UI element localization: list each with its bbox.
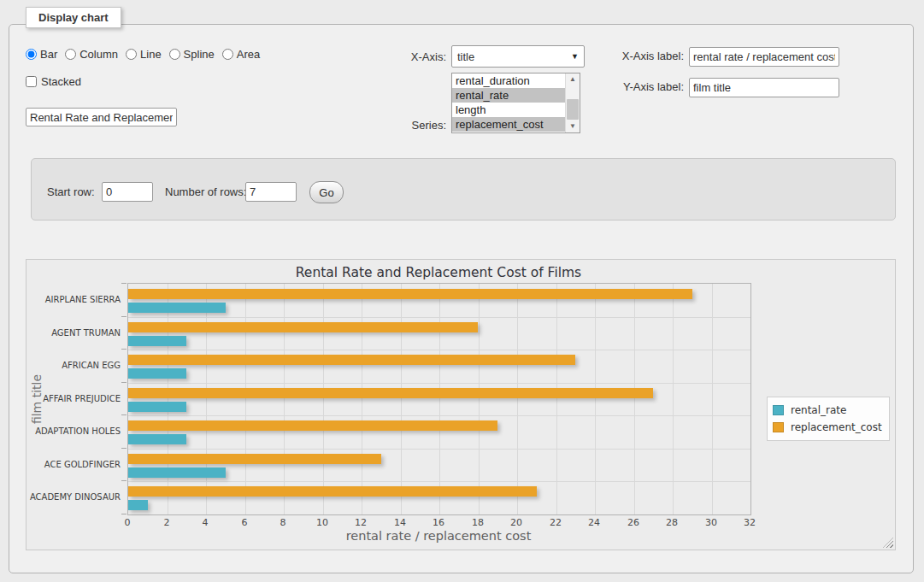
gridline-vertical [362,284,362,514]
chart-type-radio-bar[interactable] [26,49,37,60]
bar-rental_rate [128,402,186,412]
x-axis-label-label: X-Axis label: [590,50,684,62]
legend-swatch-rental_rate [773,405,784,415]
category-label: AGENT TRUMAN [26,328,121,338]
chart-type-option-column[interactable]: Column [65,48,118,61]
bar-rental_rate [128,467,226,478]
scroll-down-icon[interactable]: ▼ [566,121,580,132]
series-listbox[interactable]: rental_durationrental_ratelengthreplacem… [451,73,580,133]
x-tick-label: 2 [150,517,184,528]
x-tick-label: 20 [499,517,533,528]
series-option-replacement_cost[interactable]: replacement_cost [452,117,580,132]
gridline-vertical [206,284,207,514]
chart-type-radio-spline[interactable] [169,49,180,60]
chart-type-option-line[interactable]: Line [126,48,162,61]
series-option-rental_rate[interactable]: rental_rate [452,88,580,103]
number-of-rows-input[interactable] [245,182,297,202]
chart-type-option-bar[interactable]: Bar [26,48,57,61]
x-tick-label: 8 [266,517,300,528]
x-tick-label: 30 [694,517,728,528]
gridline-vertical [634,284,635,514]
rows-panel [31,158,896,220]
chart-x-axis-label: rental rate / replacement cost [127,529,750,543]
series-option-length[interactable]: length [452,103,580,117]
gridline-vertical [556,284,557,514]
y-axis-tick [121,480,127,481]
x-tick-label: 12 [344,517,378,528]
legend-label: rental_rate [791,404,846,416]
bar-rental_rate [128,336,186,346]
y-axis-tick [121,349,127,350]
y-axis-label-input[interactable] [689,78,839,97]
bar-replacement_cost [128,388,653,398]
gridline-vertical [517,284,518,514]
gridline-vertical [712,284,713,514]
bar-rental_rate [128,368,186,379]
x-tick-label: 6 [227,517,262,528]
series-scrollbar[interactable]: ▲ ▼ [565,73,580,132]
x-axis-label-input[interactable] [689,47,839,67]
legend-label: replacement_cost [791,421,882,433]
x-tick-label: 14 [383,517,417,528]
x-tick-label: 26 [616,517,650,528]
chart-type-radio-line[interactable] [126,49,137,60]
chart-title-input[interactable] [26,108,177,126]
legend-item: rental_rate [773,402,882,419]
gridline-vertical [284,284,285,514]
start-row-input[interactable] [102,182,153,202]
fieldset-legend: Display chart [26,7,121,28]
gridline-vertical [245,284,246,514]
bar-rental_rate [128,303,226,313]
y-axis-tick [121,382,127,383]
go-button[interactable]: Go [309,181,344,203]
chart-type-option-spline[interactable]: Spline [169,48,215,61]
page: Display chart BarColumnLineSplineArea St… [0,0,924,582]
x-tick-label: 0 [110,517,144,528]
bar-rental_rate [128,500,148,510]
legend-swatch-replacement_cost [773,422,784,432]
chart-type-radio-column[interactable] [65,49,76,60]
bar-replacement_cost [128,420,497,431]
x-tick-label: 18 [461,517,495,528]
x-axis-select[interactable]: title ▼ [451,45,585,68]
gridline-vertical [439,284,440,514]
gridline-horizontal [128,383,750,384]
series-option-rental_duration[interactable]: rental_duration [452,73,580,88]
chart-type-option-label: Column [79,48,118,61]
y-axis-tick [121,283,127,284]
y-axis-tick [121,414,127,415]
chart-type-option-label: Spline [184,48,215,61]
bar-rental_rate [128,434,186,444]
x-tick-label: 32 [733,517,767,528]
chart-type-option-area[interactable]: Area [222,48,260,61]
category-label: ACE GOLDFINGER [26,460,121,469]
chart-plot-area [127,283,751,515]
gridline-horizontal [128,481,750,482]
stacked-label: Stacked [41,75,81,88]
number-of-rows-label: Number of rows: [165,185,246,198]
bar-replacement_cost [128,289,692,299]
x-tick-label: 10 [305,517,339,528]
stacked-checkbox[interactable] [26,76,37,87]
scroll-up-icon[interactable]: ▲ [566,73,580,85]
chevron-down-icon: ▼ [571,52,579,61]
x-tick-label: 28 [655,517,689,528]
x-axis-select-label: X-Axis: [340,50,446,63]
gridline-vertical [168,284,168,514]
gridline-vertical [479,284,480,514]
category-label: AIRPLANE SIERRA [26,295,121,304]
series-list-label: Series: [340,119,446,132]
chart-type-group: BarColumnLineSplineArea [26,48,268,61]
chart-type-radio-area[interactable] [222,49,233,60]
stacked-checkbox-row[interactable]: Stacked [26,75,81,88]
x-tick-label: 22 [539,517,573,528]
resize-handle-icon[interactable] [883,538,893,548]
scrollbar-thumb[interactable] [567,99,579,120]
x-tick-label: 4 [188,517,222,528]
bar-replacement_cost [128,355,575,365]
chart-type-option-label: Line [140,48,162,61]
series-options: rental_durationrental_ratelengthreplacem… [452,73,580,132]
gridline-vertical [595,284,596,514]
gridline-vertical [323,284,324,514]
gridline-horizontal [128,317,750,318]
